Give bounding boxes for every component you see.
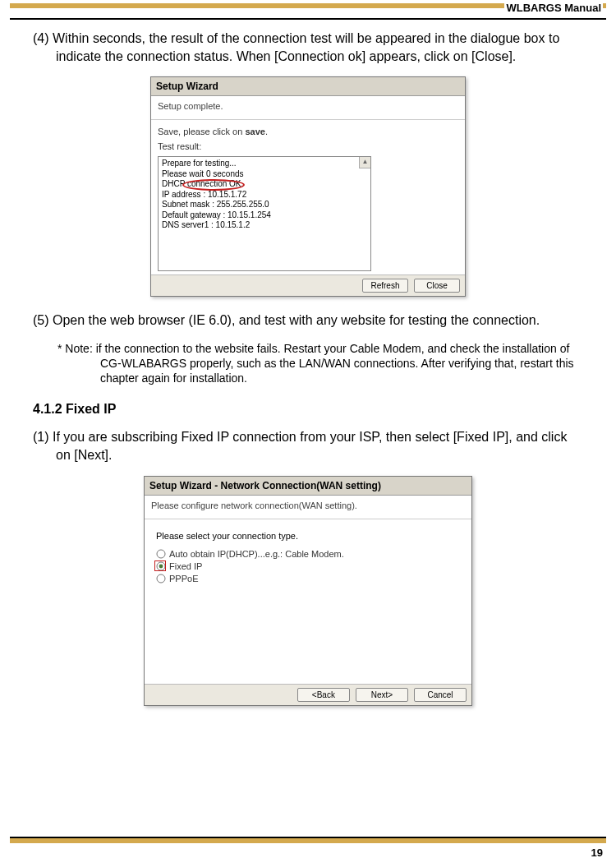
result-line: IP address : 10.15.1.72 bbox=[162, 190, 367, 201]
setup-wizard-wan: Setup Wizard - Network Connection(WAN se… bbox=[144, 476, 472, 706]
result-line: DNS server1 : 10.15.1.2 bbox=[162, 220, 367, 231]
page-footer: 19 bbox=[0, 837, 616, 858]
next-button[interactable]: Next> bbox=[356, 688, 408, 702]
radio-dhcp[interactable]: Auto obtain IP(DHCP)...e.g.: Cable Modem… bbox=[156, 549, 460, 559]
wizard2-wrap: Setup Wizard - Network Connection(WAN se… bbox=[33, 476, 583, 706]
result-list: Prepare for testing... Please wait 0 sec… bbox=[159, 157, 370, 233]
step-1-text: (1) If you are subscribing Fixed IP conn… bbox=[41, 428, 583, 464]
cancel-button[interactable]: Cancel bbox=[414, 688, 467, 702]
radio-pppoe-label: PPPoE bbox=[169, 574, 198, 584]
page-content: (4) Within seconds, the result of the co… bbox=[0, 20, 616, 706]
wizard2-subtitle: Please configure network connection(WAN … bbox=[145, 496, 471, 519]
wizard1-body: Save, please click on save. Test result:… bbox=[151, 120, 465, 274]
result-line: Subnet mask : 255.255.255.0 bbox=[162, 200, 367, 210]
test-result-label: Test result: bbox=[158, 141, 458, 151]
save-suffix: . bbox=[265, 127, 268, 136]
radio-fixed-ip[interactable]: Fixed IP bbox=[156, 561, 460, 571]
page-number: 19 bbox=[591, 846, 603, 858]
section-heading: 4.1.2 Fixed IP bbox=[33, 402, 583, 417]
wizard1-subtitle: Setup complete. bbox=[151, 96, 465, 120]
setup-wizard-complete: Setup Wizard Setup complete. Save, pleas… bbox=[150, 76, 466, 297]
save-prefix: Save, please click on bbox=[158, 127, 245, 136]
connection-select-label: Please select your connection type. bbox=[156, 531, 460, 541]
result-line: Prepare for testing... bbox=[162, 159, 367, 169]
radio-pppoe[interactable]: PPPoE bbox=[156, 574, 460, 584]
result-line: Please wait 0 seconds bbox=[162, 169, 367, 180]
test-result-box: ▲ Prepare for testing... Please wait 0 s… bbox=[158, 156, 371, 271]
scroll-up-icon[interactable]: ▲ bbox=[359, 157, 370, 168]
fixed-ip-highlight bbox=[154, 560, 166, 571]
back-button[interactable]: <Back bbox=[297, 688, 350, 702]
close-button[interactable]: Close bbox=[414, 279, 460, 293]
note-text: * Note: if the connection to the website… bbox=[36, 341, 583, 386]
page-header: WLBARGS Manual bbox=[10, 3, 606, 20]
wizard1-title: Setup Wizard bbox=[151, 77, 465, 96]
save-instruction: Save, please click on save. bbox=[158, 127, 458, 136]
step-5-text: (5) Open the web browser (IE 6.0), and t… bbox=[41, 311, 583, 330]
radio-dhcp-label: Auto obtain IP(DHCP)...e.g.: Cable Modem… bbox=[169, 549, 344, 559]
wizard2-title: Setup Wizard - Network Connection(WAN se… bbox=[145, 477, 471, 496]
svg-point-3 bbox=[157, 574, 165, 583]
result-line: Default gateway : 10.15.1.254 bbox=[162, 210, 367, 221]
refresh-button[interactable]: Refresh bbox=[362, 279, 408, 293]
wizard1-footer: Refresh Close bbox=[151, 274, 465, 296]
step-4-text: (4) Within seconds, the result of the co… bbox=[41, 30, 583, 65]
radio-fixed-label: Fixed IP bbox=[169, 561, 202, 571]
svg-point-0 bbox=[157, 550, 165, 558]
wizard2-footer: <Back Next> Cancel bbox=[145, 684, 471, 705]
radio-unchecked-icon bbox=[156, 574, 166, 584]
manual-title: WLBARGS Manual bbox=[504, 2, 603, 14]
wizard1-wrap: Setup Wizard Setup complete. Save, pleas… bbox=[33, 76, 583, 297]
wizard2-body: Please select your connection type. Auto… bbox=[145, 519, 471, 684]
radio-unchecked-icon bbox=[156, 549, 166, 559]
save-strong: save bbox=[245, 127, 264, 136]
footer-gold-bar: 19 bbox=[10, 837, 606, 843]
